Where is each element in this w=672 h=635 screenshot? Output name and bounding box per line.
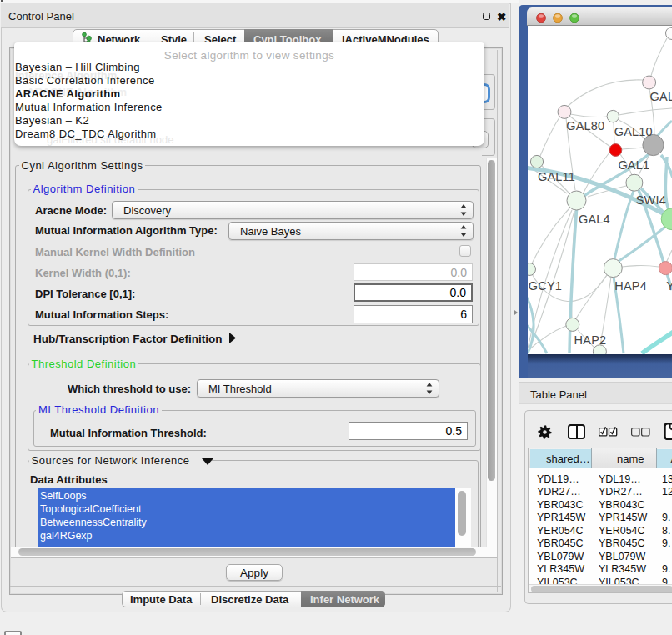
svg-text:GAL10: GAL10 <box>614 125 653 138</box>
svg-text:GAL11: GAL11 <box>538 170 575 183</box>
svg-text:HAP4: HAP4 <box>614 279 647 292</box>
svg-text:GAL2: GAL2 <box>650 90 672 103</box>
svg-text:HAP2: HAP2 <box>574 333 607 347</box>
svg-text:GAL1: GAL1 <box>618 158 649 172</box>
svg-text:GAL4: GAL4 <box>579 212 610 226</box>
svg-text:Y: Y <box>666 279 672 292</box>
svg-text:SWI4: SWI4 <box>636 193 666 207</box>
svg-text:GCY1: GCY1 <box>529 279 562 292</box>
svg-text:GAL80: GAL80 <box>566 119 604 132</box>
